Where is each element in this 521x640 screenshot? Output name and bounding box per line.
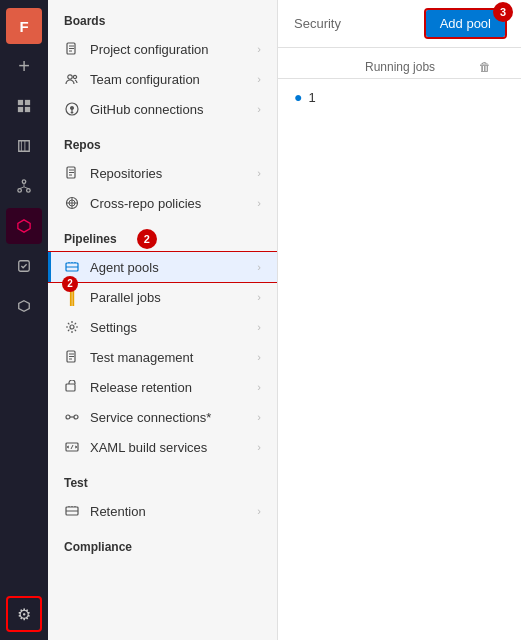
section-pipelines: Pipelines [48,218,133,252]
nav-label-agent-pools: Agent pools [90,260,159,275]
content-area: Security Add pool 3 Running jobs 🗑 ● 1 [278,0,521,640]
svg-point-10 [68,75,72,79]
svg-rect-0 [18,100,23,105]
nav-label-test-management: Test management [90,350,193,365]
nav-label-release-retention: Release retention [90,380,192,395]
section-boards: Boards [48,0,277,34]
team-icon [64,71,80,87]
svg-point-22 [66,415,70,419]
nav-item-release-retention[interactable]: Release retention › [48,372,277,402]
svg-rect-21 [66,384,75,391]
nav-label-project-config: Project configuration [90,42,209,57]
repo-icon [64,165,80,181]
svg-rect-1 [25,100,30,105]
svg-point-6 [27,189,31,193]
nav-item-team-config[interactable]: Team configuration › [48,64,277,94]
nav-label-repositories: Repositories [90,166,162,181]
svg-point-23 [74,415,78,419]
home-icon[interactable] [6,88,42,124]
chevron-retention: › [257,505,261,517]
col-action-header: 🗑 [465,60,505,74]
nav-item-agent-pools[interactable]: Agent pools › [48,252,277,282]
svg-point-19 [70,325,74,329]
chevron-team-config: › [257,73,261,85]
chevron-service-conn: › [257,411,261,423]
pool-count: 1 [308,90,315,105]
nav-label-team-config: Team configuration [90,72,200,87]
nav-label-cross-repo: Cross-repo policies [90,196,201,211]
nav-label-xaml-build: XAML build services [90,440,207,455]
chevron-parallel-jobs: › [257,291,261,303]
chevron-settings: › [257,321,261,333]
col-jobs-header: Running jobs [365,60,465,74]
nav-label-settings: Settings [90,320,137,335]
svg-rect-3 [25,107,30,112]
chevron-release-ret: › [257,381,261,393]
nav-item-service-connections[interactable]: Service connections* › [48,402,277,432]
chevron-repos: › [257,167,261,179]
pool-status-icon: ● [294,89,302,105]
nav-item-xaml-build[interactable]: XAML build services › [48,432,277,462]
nav-label-service-connections: Service connections* [90,410,211,425]
github-icon [64,101,80,117]
nav-item-github[interactable]: GitHub connections › [48,94,277,124]
release-icon [64,379,80,395]
delete-column-icon: 🗑 [479,60,491,74]
policy-icon [64,195,80,211]
nav-label-github: GitHub connections [90,102,203,117]
svg-marker-8 [19,301,30,312]
pool-icon [64,259,80,275]
doc-icon [64,41,80,57]
nav-item-test-management[interactable]: Test management › [48,342,277,372]
boards-icon[interactable] [6,128,42,164]
chevron-cross-repo: › [257,197,261,209]
pipelines-badge: 2 [137,229,157,249]
chevron-agent-pools: › [257,261,261,273]
nav-item-settings[interactable]: Settings › [48,312,277,342]
nav-badge-1: 2 [62,275,78,292]
xaml-icon [64,439,80,455]
svg-point-11 [73,75,76,78]
content-body: Running jobs 🗑 ● 1 [278,48,521,640]
add-pool-badge: 3 [493,2,513,22]
svg-point-4 [22,180,26,184]
nav-item-project-config[interactable]: Project configuration › [48,34,277,64]
nav-label-parallel-jobs: Parallel jobs [90,290,161,305]
add-pool-button[interactable]: Add pool 3 [426,10,505,37]
icon-rail: F + ⚙ [0,0,48,640]
gear-icon[interactable]: ⚙ [6,596,42,632]
chevron-project-config: › [257,43,261,55]
repos-icon[interactable] [6,168,42,204]
chevron-test-mgmt: › [257,351,261,363]
section-compliance: Compliance [48,526,277,560]
tab-security[interactable]: Security [294,12,341,35]
settings-icon [64,319,80,335]
plus-icon[interactable]: + [6,48,42,84]
section-repos: Repos [48,124,277,158]
nav-label-retention: Retention [90,504,146,519]
nav-item-parallel-jobs[interactable]: ‖ Parallel jobs › [48,282,277,312]
pipelines-icon[interactable] [6,208,42,244]
table-header: Running jobs 🗑 [278,56,521,79]
org-icon[interactable]: F [6,8,42,44]
nav-item-cross-repo[interactable]: Cross-repo policies › [48,188,277,218]
artifacts-icon[interactable] [6,288,42,324]
svg-rect-2 [18,107,23,112]
chevron-xaml: › [257,441,261,453]
pool-row: ● 1 [278,79,521,115]
nav-item-repositories[interactable]: Repositories › [48,158,277,188]
retention-icon [64,503,80,519]
chevron-github: › [257,103,261,115]
svg-point-5 [18,189,22,193]
content-header: Security Add pool 3 [278,0,521,48]
testplans-icon[interactable] [6,248,42,284]
nav-item-retention[interactable]: Retention › [48,496,277,526]
section-test: Test [48,462,277,496]
nav-panel: Boards Project configuration › Team conf… [48,0,278,640]
testmgmt-icon [64,349,80,365]
connection-icon [64,409,80,425]
